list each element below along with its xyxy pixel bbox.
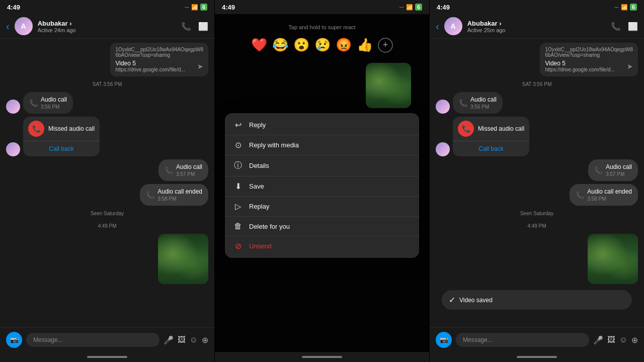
link-title-3: Video 5: [545, 60, 614, 67]
phone-icon-3[interactable]: 📞: [611, 22, 621, 31]
msg-avatar-1: [6, 100, 20, 114]
msg-avatar-1-3: [436, 100, 450, 114]
delete-label: Delete for you: [249, 223, 290, 230]
battery-2: 6: [415, 4, 422, 11]
video-thumb-inner-1: [158, 234, 208, 284]
image-icon-3[interactable]: 🖼: [607, 335, 615, 344]
home-indicator-1: [0, 352, 214, 362]
wifi-icon-3: 📶: [621, 4, 628, 11]
emoji-thumbsup[interactable]: 👍: [357, 37, 373, 53]
emoji-add-btn[interactable]: +: [378, 38, 393, 53]
time-3: 4:49: [437, 4, 450, 11]
timestamp-449: 4:49 PM: [6, 223, 208, 229]
call-back-btn-3[interactable]: Call back: [453, 141, 529, 156]
emoji-wow[interactable]: 😮: [293, 37, 309, 53]
msg-row-call1: 📞 Audio call 3:56 PM: [6, 92, 208, 114]
link-sub-1: https://drive.google.com/file/d...: [115, 67, 185, 72]
camera-btn-1[interactable]: 📷: [6, 332, 22, 348]
status-icons-2: ··· 📶 6: [399, 4, 422, 11]
replay-icon: ▷: [233, 202, 243, 211]
save-label: Save: [249, 183, 264, 190]
missed-icon-1: 📞: [28, 121, 44, 137]
call-ended-time: 3:58 PM: [157, 196, 202, 202]
battery-3: 6: [630, 4, 637, 11]
context-video-row: [215, 58, 429, 108]
avatar-3: A: [444, 17, 462, 35]
messages-area-1: 1OyxktC__ppI2Uo18wAx94AOqegpW86bAO/view?…: [0, 39, 214, 327]
wifi-icon-2: 📶: [406, 4, 413, 11]
unsend-label: Unsend: [249, 242, 272, 250]
camera-btn-3[interactable]: 📷: [436, 332, 452, 348]
add-icon-3[interactable]: ⊕: [631, 335, 638, 345]
home-bar-3: [517, 356, 557, 358]
msg-row-video-3: [436, 234, 638, 284]
signal-icon: ···: [185, 4, 189, 10]
link-text-1: 1OyxktC__ppI2Uo18wAx94AOqegpW86bAO/view?…: [115, 47, 203, 58]
msg-avatar-missed: [6, 142, 20, 156]
home-indicator-2: [215, 352, 429, 362]
message-input-1[interactable]: Message...: [26, 333, 159, 347]
context-save[interactable]: ⬇ Save: [225, 176, 419, 196]
message-input-3[interactable]: Message...: [456, 333, 589, 347]
missed-call-text-1: Missed audio call: [48, 125, 95, 132]
details-icon: ⓘ: [233, 160, 243, 171]
call-back-btn-1[interactable]: Call back: [23, 141, 100, 156]
missed-call-card-1: 📞 Missed audio call Call back: [23, 117, 100, 156]
back-button-3[interactable]: ‹: [436, 21, 439, 32]
phone-icon-call2-3: 📞: [594, 166, 603, 174]
contact-status-1: Active 24m ago: [38, 27, 176, 33]
input-area-1: 📷 Message... 🎤 🖼 ☺ ⊕: [0, 327, 214, 352]
msg-row-call-ended-3: 📞 Audio call ended 3:58 PM: [436, 184, 638, 206]
context-reply-media[interactable]: ⊙ Reply with media: [225, 135, 419, 155]
context-details[interactable]: ⓘ Details: [225, 155, 419, 176]
header-info-3: Abubakar › Active 25m ago: [467, 20, 606, 33]
sticker-icon-1[interactable]: ☺: [190, 335, 198, 344]
call-ended-label: Audio call ended: [157, 188, 202, 195]
image-icon-1[interactable]: 🖼: [178, 335, 186, 344]
call-time-1-3: 3:56 PM: [470, 104, 497, 110]
context-unsend[interactable]: ⊘ Unsend: [225, 236, 419, 256]
emoji-heart[interactable]: ❤️: [251, 37, 267, 53]
status-icons-1: ··· 📶 6: [185, 4, 207, 11]
context-delete[interactable]: 🗑 Delete for you: [225, 216, 419, 236]
video-icon-1[interactable]: ⬜: [198, 22, 208, 31]
chat-header-3: ‹ A Abubakar › Active 25m ago 📞 ⬜: [430, 14, 644, 39]
back-button-1[interactable]: ‹: [6, 21, 10, 32]
emoji-cry[interactable]: 😢: [314, 37, 331, 53]
mic-icon-3[interactable]: 🎤: [593, 335, 603, 345]
wifi-icon: 📶: [191, 4, 198, 11]
overlay-bg: Tap and hold to super react ❤️ 😂 😮 😢 😡 👍…: [215, 14, 429, 352]
audio-call-ended-bubble-3: 📞 Audio call ended 3:58 PM: [570, 184, 638, 206]
mic-icon-1[interactable]: 🎤: [164, 335, 174, 345]
status-bar-1: 4:49 ··· 📶 6: [0, 0, 214, 14]
home-indicator-3: [430, 352, 644, 362]
context-replay[interactable]: ▷ Replay: [225, 196, 419, 216]
msg-row-call1-3: 📞 Audio call 3:56 PM: [436, 92, 638, 114]
missed-call-text-3: Missed audio call: [478, 125, 524, 132]
link-card-3: 1OyxktC__ppI2Uo18wAx94AOqegpW86bAO/view?…: [540, 43, 638, 76]
emoji-laugh[interactable]: 😂: [272, 37, 288, 53]
audio-call-bubble-2-3: 📞 Audio call 3:57 PM: [588, 159, 638, 181]
call-label-1-3: Audio call: [470, 96, 497, 103]
reply-label: Reply: [249, 121, 266, 129]
add-icon-1[interactable]: ⊕: [202, 335, 208, 345]
link-title-1: Video 5: [115, 60, 185, 67]
panel-2: 4:49 ··· 📶 6 Tap and hold to super react…: [214, 0, 429, 362]
sticker-icon-3[interactable]: ☺: [619, 335, 627, 344]
phone-icon-1[interactable]: 📞: [181, 22, 191, 31]
reply-media-label: Reply with media: [249, 141, 299, 149]
call-label-1: Audio call: [41, 96, 67, 103]
video-icon-3[interactable]: ⬜: [628, 22, 638, 31]
context-reply[interactable]: ↩ Reply: [225, 115, 419, 135]
header-actions-1: 📞 ⬜: [181, 22, 208, 31]
home-bar-1: [87, 356, 127, 358]
status-bar-3: 4:49 ··· 📶 6: [430, 0, 644, 14]
link-text-3: 1OyxktC__ppI2Uo18wAx94AOqegpW86bAO/view?…: [545, 47, 633, 58]
phone-icon-call2: 📞: [165, 166, 173, 174]
contact-name-3: Abubakar ›: [467, 20, 606, 27]
timestamp-449-3: 4:49 PM: [436, 223, 638, 229]
send-icon-3: ➤: [627, 62, 633, 70]
home-bar-2: [302, 356, 342, 358]
timestamp-sat-3: SAT 3:56 PM: [436, 81, 638, 87]
emoji-angry[interactable]: 😡: [336, 37, 352, 53]
